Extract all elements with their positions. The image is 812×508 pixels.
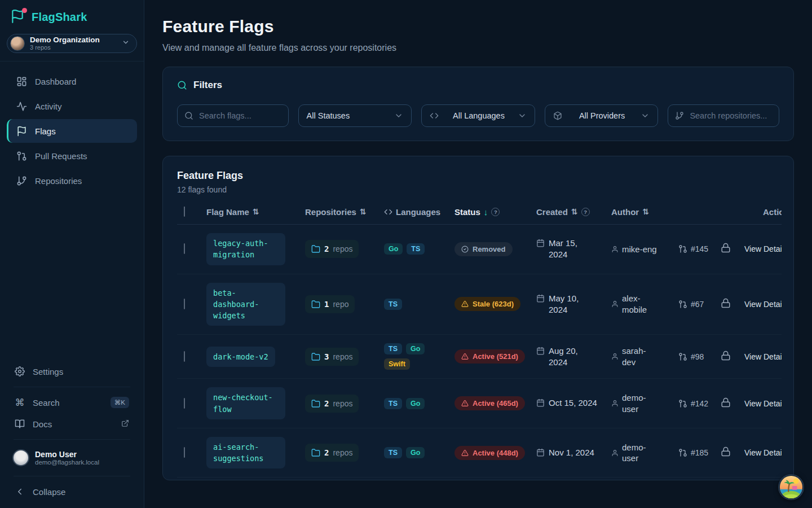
view-details-link[interactable]: View Details (744, 300, 782, 309)
pull-request-icon (678, 352, 687, 361)
language-badge: TS (384, 447, 402, 458)
status-label: Active (448d) (473, 449, 518, 457)
language-badge: Go (384, 243, 403, 255)
calendar-icon (536, 239, 545, 247)
language-filter-select[interactable]: All Languages (421, 104, 535, 127)
column-status[interactable]: Status↓ ? (454, 207, 536, 217)
user-profile[interactable]: Demo User demo@flagshark.local (7, 444, 137, 471)
sidebar-item-flags[interactable]: Flags (7, 119, 137, 143)
flag-name[interactable]: ai-search-suggestions (206, 437, 285, 469)
flag-name[interactable]: legacy-auth-migration (206, 233, 285, 265)
repo-count: 2 (324, 244, 329, 253)
org-avatar (10, 36, 25, 51)
island-widget-button[interactable] (778, 474, 804, 500)
folder-icon (311, 300, 320, 309)
flag-name[interactable]: beta-dashboard-widgets (206, 283, 285, 326)
row-checkbox[interactable] (184, 447, 185, 458)
repo-unit: repos (333, 448, 352, 457)
help-icon[interactable]: ? (491, 208, 500, 216)
flag-name[interactable]: new-checkout-flow (206, 387, 285, 419)
flag-search-input[interactable]: Search flags... (177, 104, 289, 127)
sidebar-item-activity[interactable]: Activity (7, 94, 137, 118)
created-cell: May 10, 2024 (536, 293, 611, 316)
divider (14, 476, 130, 476)
view-details-link[interactable]: View Details (744, 448, 782, 457)
status-label: Active (465d) (473, 399, 518, 408)
user-email: demo@flagshark.local (35, 459, 99, 466)
folder-icon (311, 399, 320, 408)
pull-request-icon (678, 300, 687, 309)
status-filter-select[interactable]: All Statuses (298, 104, 412, 127)
repo-unit: repos (333, 244, 352, 253)
repo-count-chip[interactable]: 2repos (305, 240, 359, 258)
author-name: mike-eng (622, 244, 657, 255)
alert-triangle-icon (461, 300, 469, 308)
pull-request-link[interactable]: #142 (678, 399, 721, 408)
repo-count-chip[interactable]: 3repos (305, 348, 359, 366)
column-flag-name[interactable]: Flag Name⇅ (206, 207, 305, 217)
repo-search-input[interactable]: Search repositories... (668, 104, 779, 127)
row-checkbox[interactable] (184, 351, 185, 362)
repo-count: 3 (324, 352, 329, 361)
help-icon[interactable]: ? (581, 208, 590, 216)
user-avatar (12, 449, 29, 466)
org-selector[interactable]: Demo Organization 3 repos (7, 34, 137, 53)
sidebar-item-repositories[interactable]: Repositories (7, 169, 137, 192)
repo-count: 2 (324, 448, 329, 457)
created-cell: Nov 1, 2024 (536, 447, 611, 458)
column-languages: Languages (384, 207, 454, 217)
table-row: premium-3reposTSGoActive (421d)Jan 1, 20… (177, 478, 782, 480)
divider (14, 439, 130, 440)
user-icon (611, 300, 619, 308)
language-badges: TSGo (384, 398, 440, 409)
table-header-row: Flag Name⇅ Repositories⇅ Languages Statu… (177, 207, 782, 225)
pull-request-link[interactable]: #67 (678, 300, 721, 309)
view-details-link[interactable]: View Details (744, 352, 782, 361)
row-checkbox[interactable] (184, 398, 185, 409)
collapse-button[interactable]: Collapse (7, 481, 137, 502)
sidebar-item-label: Pull Requests (35, 151, 87, 161)
flag-search-placeholder: Search flags... (199, 111, 251, 120)
sidebar-item-search[interactable]: ⌘ Search ⌘K (7, 392, 137, 413)
sidebar-item-pull-requests[interactable]: Pull Requests (7, 144, 137, 168)
row-checkbox[interactable] (184, 243, 185, 254)
user-icon (611, 400, 619, 407)
author-name: alex-mobile (622, 293, 659, 315)
brand-logo: FlagShark (0, 9, 144, 33)
sidebar-item-settings[interactable]: Settings (7, 361, 137, 382)
repo-count-chip[interactable]: 2repos (305, 444, 359, 462)
user-icon (611, 353, 619, 360)
column-author[interactable]: Author⇅ (611, 207, 678, 217)
flag-icon (16, 126, 27, 137)
select-all-checkbox[interactable] (184, 207, 185, 217)
flag-name[interactable]: dark-mode-v2 (206, 347, 275, 367)
sidebar-item-docs[interactable]: Docs (7, 413, 137, 435)
pull-request-link[interactable]: #185 (678, 448, 721, 457)
pull-request-link[interactable]: #145 (678, 244, 721, 253)
view-details-link[interactable]: View Details (744, 399, 782, 408)
provider-filter-select[interactable]: All Providers (545, 104, 659, 127)
sidebar-item-dashboard[interactable]: Dashboard (7, 69, 137, 93)
column-repositories[interactable]: Repositories⇅ (305, 207, 384, 217)
column-created[interactable]: Created⇅ ? (536, 207, 611, 217)
table-body: legacy-auth-migration2reposGoTSRemovedMa… (177, 225, 782, 480)
divider (14, 387, 130, 387)
sidebar-item-label: Dashboard (35, 77, 76, 86)
calendar-icon (536, 398, 545, 407)
row-checkbox[interactable] (184, 299, 185, 309)
code-icon (430, 111, 439, 120)
pull-request-link[interactable]: #98 (678, 352, 721, 361)
repo-count-chip[interactable]: 2repos (305, 395, 359, 413)
repo-count-chip[interactable]: 1repo (305, 295, 355, 313)
calendar-icon (536, 347, 545, 355)
language-badge: Go (406, 447, 425, 458)
status-label: Removed (473, 245, 506, 253)
lock-icon (721, 351, 731, 361)
main-content: Feature Flags View and manage all featur… (144, 0, 812, 508)
language-badges: TS (384, 299, 440, 310)
lock-icon (721, 446, 731, 457)
table-count: 12 flags found (177, 185, 779, 194)
language-badge: TS (384, 299, 402, 310)
repo-count: 2 (324, 399, 329, 408)
view-details-link[interactable]: View Details (744, 244, 782, 253)
